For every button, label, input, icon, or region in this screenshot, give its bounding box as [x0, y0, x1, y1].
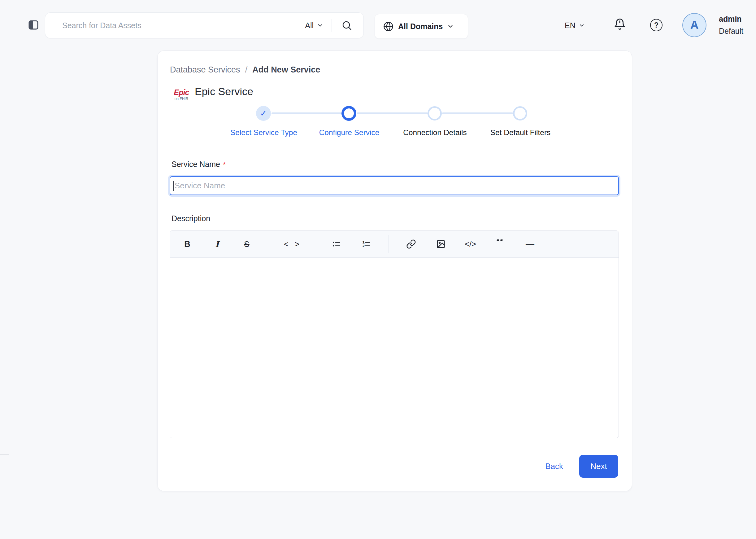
numbered-list-icon: 1 2	[362, 239, 371, 249]
link-button[interactable]	[396, 235, 426, 253]
add-service-card: Database Services / Add New Service Epic…	[157, 50, 632, 491]
stepper-line	[442, 113, 513, 114]
step-label-select-service-type: Select Service Type	[230, 128, 297, 137]
language-selector[interactable]: EN	[565, 19, 585, 32]
numbered-list-button[interactable]: 1 2	[351, 235, 381, 253]
link-icon	[406, 239, 416, 249]
all-domains-label: All Domains	[398, 22, 443, 31]
stepper-line	[271, 113, 342, 114]
user-menu[interactable]: admin Default	[719, 13, 743, 37]
user-name: admin	[719, 13, 743, 25]
step-3-circle	[428, 106, 442, 120]
step-1-circle-completed: ✓	[256, 106, 271, 121]
bell-icon	[613, 18, 626, 31]
bold-icon: B	[184, 239, 190, 249]
service-name-input[interactable]	[170, 176, 619, 195]
search-icon	[341, 20, 352, 31]
step-2-circle-active	[341, 106, 356, 121]
chevron-down-icon	[317, 22, 323, 29]
quote-icon: “	[496, 239, 505, 249]
avatar-initial: A	[690, 19, 699, 32]
service-name-label-text: Service Name	[172, 160, 220, 169]
italic-button[interactable]: I	[202, 235, 232, 253]
step-label-configure-service: Configure Service	[319, 128, 379, 137]
wizard-actions: Back Next	[545, 455, 618, 478]
bulleted-list-button[interactable]	[322, 235, 351, 253]
code-block-button[interactable]: </>	[456, 235, 485, 253]
global-search-input[interactable]: Search for Data Assets All	[45, 12, 364, 38]
quote-button[interactable]: “	[485, 235, 515, 253]
sidebar-toggle-button[interactable]	[27, 18, 40, 32]
language-value: EN	[565, 21, 576, 30]
editor-toolbar: B I S < >	[170, 231, 619, 258]
breadcrumb-current: Add New Service	[252, 65, 320, 75]
description-label-text: Description	[172, 214, 210, 223]
next-button[interactable]: Next	[579, 455, 618, 478]
horizontal-rule-icon: —	[526, 239, 534, 249]
chevron-down-icon	[447, 23, 454, 30]
description-label: Description	[172, 214, 210, 223]
stepper-line	[357, 113, 428, 114]
user-avatar[interactable]: A	[682, 13, 707, 37]
all-domains-dropdown[interactable]: All Domains	[375, 14, 468, 39]
code-block-icon: </>	[465, 240, 476, 249]
epic-logo-text: Epic	[171, 89, 192, 96]
required-marker: *	[223, 160, 226, 169]
bulleted-list-icon	[332, 239, 341, 249]
toolbar-separator	[269, 235, 269, 253]
search-submit-button[interactable]	[341, 20, 352, 31]
inline-code-button[interactable]: < >	[277, 235, 307, 253]
help-button[interactable]: ?	[650, 19, 662, 31]
description-editor-body[interactable]	[170, 258, 619, 438]
question-icon: ?	[654, 21, 658, 30]
text-caret	[173, 181, 174, 191]
search-placeholder: Search for Data Assets	[62, 21, 305, 30]
toolbar-separator	[314, 235, 314, 253]
epic-service-logo: Epic on FHIR	[171, 89, 192, 101]
image-icon	[436, 239, 446, 249]
svg-text:2: 2	[362, 244, 365, 248]
breadcrumb: Database Services / Add New Service	[170, 65, 320, 75]
page-title: Epic Service	[195, 86, 253, 98]
globe-icon	[383, 21, 394, 32]
toolbar-separator	[388, 235, 389, 253]
image-button[interactable]	[426, 235, 456, 253]
panel-left-icon	[28, 19, 39, 31]
horizontal-rule-button[interactable]: —	[515, 235, 545, 253]
search-scope-value: All	[305, 21, 313, 30]
step-4-circle	[513, 106, 527, 120]
check-icon: ✓	[260, 109, 267, 118]
bold-button[interactable]: B	[172, 235, 202, 253]
back-button[interactable]: Back	[545, 462, 563, 471]
notifications-button[interactable]	[612, 17, 627, 32]
chevron-down-icon	[579, 22, 585, 29]
step-label-connection-details: Connection Details	[403, 128, 467, 137]
strikethrough-button[interactable]: S	[232, 235, 262, 253]
user-role: Default	[719, 25, 743, 37]
sidebar-edge-divider	[0, 454, 9, 455]
italic-icon: I	[215, 239, 219, 249]
search-scope-dropdown[interactable]: All	[305, 21, 323, 30]
breadcrumb-database-services[interactable]: Database Services	[170, 65, 240, 75]
service-name-label: Service Name *	[172, 160, 226, 169]
epic-logo-subtext: on FHIR	[171, 97, 192, 101]
breadcrumb-separator: /	[245, 65, 248, 75]
inline-code-icon: < >	[282, 240, 302, 249]
strikethrough-icon: S	[244, 239, 249, 249]
step-label-set-default-filters: Set Default Filters	[490, 128, 551, 137]
description-editor: B I S < >	[170, 230, 619, 438]
